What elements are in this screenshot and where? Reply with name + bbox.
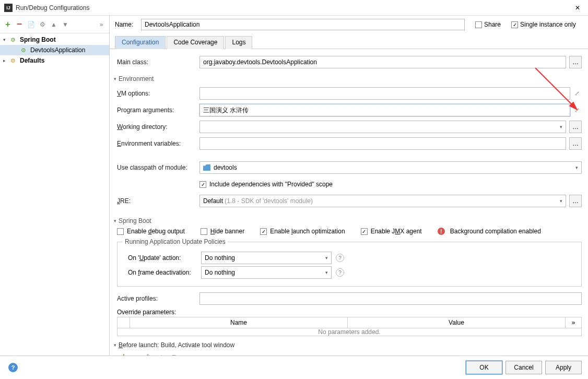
- copy-config-icon[interactable]: 📄: [26, 20, 36, 29]
- config-tree: ▾ Spring Boot DevtoolsApplication ▸ Defa…: [0, 33, 109, 356]
- bg-compile-hint: ! Background compilation enabled: [438, 228, 541, 235]
- update-policies-group: Running Application Update Policies On '…: [117, 238, 582, 287]
- vm-options-label: VM options:: [117, 90, 199, 97]
- move-up-icon[interactable]: ▲: [49, 20, 58, 29]
- tabs: Configuration Code Coverage Logs: [110, 33, 588, 49]
- hide-banner-checkbox[interactable]: Hide banner: [201, 228, 244, 235]
- tree-devtools-app[interactable]: DevtoolsApplication: [0, 45, 109, 55]
- chevron-down-icon: ▾: [114, 218, 116, 223]
- chevron-down-icon: ▾: [575, 165, 578, 170]
- tree-spring-boot[interactable]: ▾ Spring Boot: [0, 34, 109, 45]
- tree-label: DevtoolsApplication: [30, 46, 85, 54]
- tree-label: Spring Boot: [20, 36, 56, 43]
- share-checkbox[interactable]: Share: [475, 21, 501, 28]
- environment-section[interactable]: ▾ Environment: [114, 75, 582, 82]
- help-icon[interactable]: ?: [336, 254, 344, 262]
- checkbox-icon: [117, 228, 124, 235]
- main-class-input[interactable]: [199, 56, 566, 68]
- classpath-label: Use classpath of module:: [117, 164, 199, 171]
- name-label: Name:: [115, 21, 136, 28]
- name-input[interactable]: [141, 19, 465, 30]
- remove-config-icon[interactable]: −: [15, 20, 24, 29]
- update-policies-legend: Running Application Update Policies: [123, 238, 228, 245]
- on-frame-value: Do nothing: [205, 269, 235, 276]
- checkbox-icon: [199, 181, 206, 188]
- form-body: Main class: … ▾ Environment VM options: …: [110, 49, 588, 356]
- program-args-input[interactable]: [199, 104, 570, 116]
- env-vars-input[interactable]: [199, 137, 566, 150]
- chevron-down-icon: ▾: [325, 255, 328, 260]
- env-vars-browse-button[interactable]: …: [569, 137, 582, 150]
- add-config-icon[interactable]: +: [3, 20, 13, 29]
- move-down-icon[interactable]: ▼: [169, 352, 179, 356]
- table-col-name: Name: [130, 317, 348, 328]
- close-icon[interactable]: ✕: [571, 2, 584, 14]
- left-panel: + − 📄 ⚙ ▲ ▼ » ▾ Spring Boot DevtoolsAppl…: [0, 16, 110, 356]
- section-header-label: Spring Boot: [119, 217, 151, 224]
- working-dir-input[interactable]: ▾: [199, 121, 566, 133]
- bg-compile-label: Background compilation enabled: [450, 228, 541, 235]
- on-frame-select[interactable]: Do nothing ▾: [201, 266, 332, 279]
- active-profiles-label: Active profiles:: [117, 295, 199, 302]
- override-params-label: Override parameters:: [117, 309, 582, 316]
- working-dir-browse-button[interactable]: …: [569, 121, 582, 133]
- override-params-table: Name Value » No parameters added.: [117, 317, 582, 336]
- help-icon[interactable]: ?: [336, 268, 344, 277]
- checkbox-icon: [475, 21, 482, 28]
- collapse-icon[interactable]: »: [97, 20, 106, 29]
- folder-icon: [203, 164, 210, 171]
- edit-task-icon[interactable]: ✎: [144, 352, 154, 356]
- table-empty: No parameters added.: [117, 328, 581, 336]
- chevron-down-icon: ▾: [114, 342, 116, 348]
- chevron-down-icon: ▾: [560, 198, 562, 204]
- tab-logs[interactable]: Logs: [225, 36, 252, 49]
- debug-output-checkbox[interactable]: Enable debug output: [117, 228, 185, 235]
- tab-configuration[interactable]: Configuration: [115, 36, 166, 49]
- program-args-label: Program arguments:: [117, 106, 199, 114]
- classpath-value: devtools: [214, 164, 237, 171]
- single-instance-checkbox[interactable]: Single instance only: [511, 21, 576, 28]
- single-instance-label: Single instance only: [520, 21, 576, 28]
- on-update-value: Do nothing: [205, 254, 235, 262]
- add-task-icon[interactable]: +: [119, 352, 128, 356]
- main-class-browse-button[interactable]: …: [569, 56, 582, 68]
- help-button[interactable]: ?: [8, 363, 18, 372]
- on-update-select[interactable]: Do nothing ▾: [201, 252, 332, 264]
- launch-opt-checkbox[interactable]: Enable launch optimization: [260, 228, 345, 235]
- move-down-icon[interactable]: ▼: [61, 20, 70, 29]
- spring-icon: [21, 46, 29, 54]
- tab-code-coverage[interactable]: Code Coverage: [167, 36, 224, 49]
- defaults-icon: [10, 57, 19, 64]
- left-toolbar: + − 📄 ⚙ ▲ ▼ »: [0, 16, 109, 33]
- app-icon: IJ: [4, 4, 13, 12]
- cancel-button[interactable]: Cancel: [505, 361, 542, 374]
- checkbox-icon: [201, 228, 207, 235]
- jre-value: Default (1.8 - SDK of 'devtools' module): [203, 197, 313, 205]
- expand-icon[interactable]: ⤢: [572, 87, 582, 100]
- on-frame-label: On frame deactivation:: [123, 269, 201, 276]
- move-up-icon[interactable]: ▲: [157, 352, 166, 356]
- bottom-bar: ? OK Cancel Apply: [0, 356, 588, 379]
- spring-boot-section[interactable]: ▾ Spring Boot: [114, 217, 582, 224]
- include-deps-checkbox[interactable]: Include dependencies with "Provided" sco…: [199, 181, 333, 188]
- spring-icon: [10, 36, 19, 43]
- settings-icon[interactable]: ⚙: [38, 20, 47, 29]
- before-launch-section[interactable]: ▾ Before launch: Build, Activate tool wi…: [114, 341, 582, 349]
- ok-button[interactable]: OK: [466, 361, 502, 374]
- vm-options-input[interactable]: [199, 87, 570, 100]
- jre-select[interactable]: Default (1.8 - SDK of 'devtools' module)…: [199, 195, 566, 207]
- expand-icon[interactable]: ⤢: [572, 104, 582, 116]
- jre-browse-button[interactable]: …: [569, 195, 582, 207]
- classpath-select[interactable]: devtools ▾: [199, 161, 582, 174]
- apply-button[interactable]: Apply: [545, 361, 582, 374]
- include-deps-label: Include dependencies with "Provided" sco…: [209, 181, 333, 188]
- jmx-agent-checkbox[interactable]: Enable JMX agent: [361, 228, 422, 235]
- checkbox-icon: [260, 228, 267, 235]
- table-header: Name Value »: [117, 317, 581, 328]
- right-panel: Name: Share Single instance only Configu…: [110, 16, 588, 356]
- tree-label: Defaults: [20, 57, 44, 64]
- active-profiles-input[interactable]: [199, 292, 582, 305]
- table-more-button[interactable]: »: [566, 317, 581, 328]
- tree-defaults[interactable]: ▸ Defaults: [0, 55, 109, 66]
- remove-task-icon[interactable]: −: [132, 352, 141, 356]
